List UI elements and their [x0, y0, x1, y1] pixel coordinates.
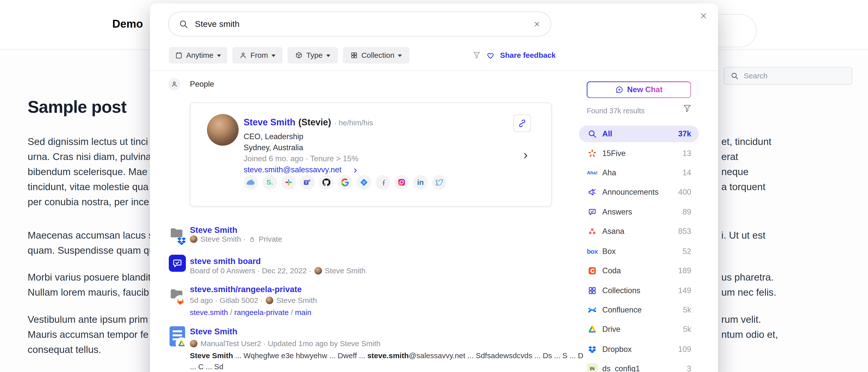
slack-icon[interactable]: [281, 175, 296, 190]
result-meta: 5d ago · Gitlab 5002 ·: [190, 296, 263, 305]
source-filter-announcements[interactable]: Announcements 400: [579, 184, 699, 200]
in-badge-icon: IN: [587, 363, 598, 372]
result-owner: Steve Smith: [276, 296, 317, 305]
source-filter-all[interactable]: All 37k: [579, 126, 699, 142]
package-icon: [295, 52, 303, 59]
avatar: [190, 235, 197, 243]
source-filter-answers[interactable]: Answers 89: [579, 204, 699, 220]
person-name-link[interactable]: Steve Smith: [244, 117, 296, 128]
result-owner: Steve Smith ·: [200, 235, 246, 243]
github-icon[interactable]: [319, 175, 334, 190]
answers-bubble-icon: [587, 207, 598, 218]
avatar[interactable]: [207, 114, 239, 146]
person-card[interactable]: Steve Smith (Stevie) · he/him/his CEO, L…: [190, 102, 552, 207]
privacy-badge: Private: [259, 235, 282, 243]
search-modal: Anytime From Type Collection Share feedb…: [150, 3, 718, 372]
body-paragraph: Vestibulum ante ipsum prim Mauris accums…: [28, 312, 149, 357]
people-section-label: People: [190, 80, 214, 89]
asana-icon: [587, 226, 598, 237]
heart-icon[interactable]: [486, 51, 495, 60]
coda-icon: [587, 265, 598, 276]
funnel-icon[interactable]: [472, 51, 481, 60]
expand-person-chevron-icon[interactable]: ›: [523, 147, 528, 162]
new-chat-button[interactable]: New Chat: [587, 82, 691, 98]
page-title: Sample post: [28, 97, 126, 117]
body-paragraph: Morbi varius posuere blandit Nullam lore…: [28, 270, 151, 300]
svg-text:T: T: [305, 181, 307, 185]
share-feedback-link[interactable]: Share feedback: [500, 51, 556, 60]
results-count-label: Found 37k results: [587, 107, 645, 115]
email-chevron-icon[interactable]: ›: [353, 165, 357, 175]
clear-search-icon[interactable]: [533, 20, 541, 28]
shortcut-s-icon[interactable]: S.: [262, 175, 277, 190]
dropbox-badge-icon: [177, 236, 186, 246]
body-paragraph-fragment: us pharetra. um nec felis.: [721, 270, 776, 300]
dropbox-icon: [587, 344, 598, 355]
gem-icon[interactable]: [356, 175, 371, 190]
microsoft-teams-icon[interactable]: T: [300, 175, 315, 190]
avatar: [190, 340, 197, 347]
copy-link-button[interactable]: [514, 115, 531, 132]
filter-from-button[interactable]: From: [232, 47, 283, 64]
result-meta: Board of 0 Answers · Dec 22, 2022 ·: [190, 267, 311, 275]
15five-icon: [587, 148, 598, 159]
avatar: [314, 267, 322, 275]
drive-badge-icon: [176, 338, 187, 349]
result-snippet: ... C ... Sd: [190, 363, 223, 371]
instagram-icon[interactable]: [394, 175, 409, 190]
twitter-icon[interactable]: [432, 175, 446, 190]
box-icon: box: [587, 246, 598, 257]
chevron-down-icon: [272, 55, 276, 57]
drive-icon: [587, 324, 598, 335]
confluence-icon: [587, 304, 598, 315]
body-paragraph-fragment: i. Ut ut est: [721, 228, 766, 243]
chat-sparkle-icon: [615, 85, 624, 94]
close-icon[interactable]: [698, 10, 710, 22]
modal-search-input[interactable]: [195, 19, 527, 29]
facebook-icon[interactable]: [375, 175, 390, 190]
linkedin-icon[interactable]: in: [413, 175, 428, 190]
answers-board-icon: [169, 255, 186, 272]
funnel-icon[interactable]: [682, 104, 692, 113]
google-icon[interactable]: [338, 175, 352, 190]
grid-icon: [350, 52, 358, 59]
brand-logo[interactable]: Demo: [112, 18, 143, 30]
chevron-down-icon: [217, 55, 221, 57]
result-owner: Steve Smith: [325, 267, 366, 275]
collections-grid-icon: [587, 285, 598, 296]
source-filter-collections[interactable]: Collections 149: [579, 282, 699, 299]
source-filter-drive[interactable]: Drive 5k: [579, 321, 699, 338]
calendar-icon: [175, 52, 183, 59]
gitlab-badge-icon: [175, 296, 186, 307]
body-paragraph-fragment: rum velit. ntum odio et,: [721, 312, 778, 342]
result-snippet: Steve Smith ... Wqhegfwe e3e hbwyehw ...…: [190, 351, 583, 360]
person-nickname: (Stevie): [299, 117, 331, 128]
source-filter-asana[interactable]: Asana 853: [579, 223, 699, 240]
result-breadcrumb[interactable]: steve.smith / rangeela-private / main: [190, 308, 311, 317]
aha-icon: Aha!: [587, 167, 598, 178]
source-filter-coda[interactable]: Coda 189: [579, 262, 699, 279]
source-filter-ds-config1[interactable]: IN ds_config1 3: [579, 361, 699, 372]
divider: [150, 70, 718, 71]
source-filter-box[interactable]: box Box 52: [579, 243, 699, 260]
person-pronouns: · he/him/his: [334, 119, 373, 127]
person-email-link[interactable]: steve.smith@salessavvy.net: [244, 165, 341, 174]
salesforce-icon[interactable]: [244, 175, 258, 190]
body-paragraph: Maecenas accumsan lacus s quam. Suspendi…: [28, 228, 154, 258]
source-filter-aha[interactable]: Aha! Aha 14: [579, 164, 699, 181]
page-search-input[interactable]: [744, 71, 845, 80]
chevron-down-icon: [398, 55, 402, 57]
social-links-row: S. T in: [244, 175, 446, 190]
people-section-icon: [168, 78, 180, 90]
filter-collection-button[interactable]: Collection: [343, 47, 409, 64]
page-search-box[interactable]: [723, 67, 852, 85]
filter-type-button[interactable]: Type: [287, 47, 338, 64]
source-filter-dropbox[interactable]: Dropbox 109: [579, 341, 699, 358]
source-filter-confluence[interactable]: Confluence 5k: [579, 302, 699, 318]
search-icon: [731, 72, 739, 80]
search-icon: [587, 128, 598, 140]
modal-search-box[interactable]: [168, 11, 551, 36]
source-filter-15five[interactable]: 15Five 13: [579, 145, 699, 162]
filter-anytime-button[interactable]: Anytime: [169, 47, 227, 64]
search-icon: [179, 19, 188, 29]
